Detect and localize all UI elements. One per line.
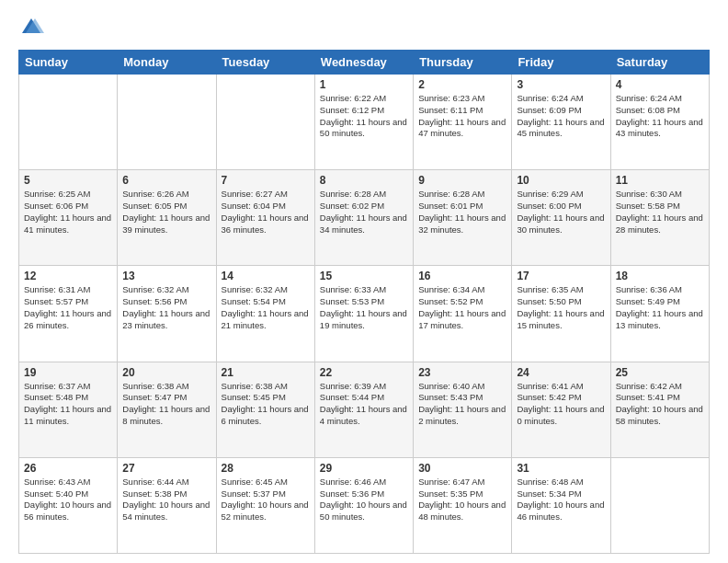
day-number: 15 (320, 270, 408, 282)
cell-info: Sunrise: 6:34 AM Sunset: 5:52 PM Dayligh… (418, 284, 506, 331)
day-number: 7 (222, 174, 310, 187)
cell-info: Sunrise: 6:40 AM Sunset: 5:43 PM Dayligh… (418, 381, 506, 428)
calendar-cell: 24Sunrise: 6:41 AM Sunset: 5:42 PM Dayli… (512, 362, 610, 457)
day-number: 25 (616, 366, 704, 379)
calendar-week-row: 5Sunrise: 6:25 AM Sunset: 6:06 PM Daylig… (19, 170, 710, 266)
day-number: 3 (517, 78, 605, 91)
cell-info: Sunrise: 6:30 AM Sunset: 5:58 PM Dayligh… (616, 189, 704, 236)
day-number: 29 (320, 462, 408, 475)
day-number: 5 (24, 174, 112, 187)
calendar-cell: 29Sunrise: 6:46 AM Sunset: 5:36 PM Dayli… (314, 457, 413, 553)
calendar-cell: 9Sunrise: 6:28 AM Sunset: 6:01 PM Daylig… (414, 170, 512, 266)
day-number: 22 (320, 366, 408, 379)
cell-info: Sunrise: 6:24 AM Sunset: 6:09 PM Dayligh… (517, 93, 605, 140)
calendar-week-row: 19Sunrise: 6:37 AM Sunset: 5:48 PM Dayli… (19, 362, 710, 457)
cell-info: Sunrise: 6:33 AM Sunset: 5:53 PM Dayligh… (320, 284, 408, 331)
calendar-cell: 16Sunrise: 6:34 AM Sunset: 5:52 PM Dayli… (414, 266, 512, 362)
cell-info: Sunrise: 6:35 AM Sunset: 5:50 PM Dayligh… (517, 284, 605, 331)
calendar-week-row: 12Sunrise: 6:31 AM Sunset: 5:57 PM Dayli… (19, 266, 710, 362)
calendar-cell: 1Sunrise: 6:22 AM Sunset: 6:12 PM Daylig… (314, 75, 413, 170)
cell-info: Sunrise: 6:47 AM Sunset: 5:35 PM Dayligh… (418, 477, 506, 523)
day-number: 4 (616, 78, 704, 91)
calendar-cell (610, 457, 709, 553)
day-number: 19 (24, 366, 112, 379)
calendar-cell: 23Sunrise: 6:40 AM Sunset: 5:43 PM Dayli… (414, 362, 512, 457)
page: SundayMondayTuesdayWednesdayThursdayFrid… (0, 0, 728, 563)
cell-info: Sunrise: 6:32 AM Sunset: 5:56 PM Dayligh… (122, 284, 210, 331)
calendar-cell: 21Sunrise: 6:38 AM Sunset: 5:45 PM Dayli… (216, 362, 314, 457)
cell-info: Sunrise: 6:43 AM Sunset: 5:40 PM Dayligh… (24, 477, 112, 523)
calendar-cell: 30Sunrise: 6:47 AM Sunset: 5:35 PM Dayli… (414, 457, 512, 553)
day-number: 31 (517, 462, 605, 475)
day-number: 17 (517, 270, 605, 282)
calendar-cell: 11Sunrise: 6:30 AM Sunset: 5:58 PM Dayli… (610, 170, 709, 266)
calendar-header-sunday: Sunday (19, 51, 118, 75)
cell-info: Sunrise: 6:24 AM Sunset: 6:08 PM Dayligh… (616, 93, 704, 140)
day-number: 13 (122, 270, 210, 282)
day-number: 12 (24, 270, 112, 282)
logo-icon (18, 15, 44, 40)
cell-info: Sunrise: 6:22 AM Sunset: 6:12 PM Dayligh… (320, 93, 408, 140)
calendar-header-thursday: Thursday (414, 51, 512, 75)
cell-info: Sunrise: 6:36 AM Sunset: 5:49 PM Dayligh… (616, 284, 704, 331)
calendar-cell (118, 75, 216, 170)
calendar-header-friday: Friday (512, 51, 610, 75)
cell-info: Sunrise: 6:38 AM Sunset: 5:45 PM Dayligh… (222, 381, 310, 428)
calendar-cell: 25Sunrise: 6:42 AM Sunset: 5:41 PM Dayli… (610, 362, 709, 457)
cell-info: Sunrise: 6:32 AM Sunset: 5:54 PM Dayligh… (222, 284, 310, 331)
day-number: 1 (320, 78, 408, 91)
day-number: 2 (418, 78, 506, 91)
cell-info: Sunrise: 6:38 AM Sunset: 5:47 PM Dayligh… (122, 381, 210, 428)
cell-info: Sunrise: 6:46 AM Sunset: 5:36 PM Dayligh… (320, 477, 408, 523)
day-number: 20 (122, 366, 210, 379)
calendar-cell: 26Sunrise: 6:43 AM Sunset: 5:40 PM Dayli… (19, 457, 118, 553)
day-number: 18 (616, 270, 704, 282)
calendar-table: SundayMondayTuesdayWednesdayThursdayFrid… (18, 50, 710, 554)
calendar-cell: 10Sunrise: 6:29 AM Sunset: 6:00 PM Dayli… (512, 170, 610, 266)
calendar-cell: 14Sunrise: 6:32 AM Sunset: 5:54 PM Dayli… (216, 266, 314, 362)
calendar-header-wednesday: Wednesday (314, 51, 413, 75)
cell-info: Sunrise: 6:37 AM Sunset: 5:48 PM Dayligh… (24, 381, 112, 428)
day-number: 14 (222, 270, 310, 282)
calendar-cell: 31Sunrise: 6:48 AM Sunset: 5:34 PM Dayli… (512, 457, 610, 553)
day-number: 28 (222, 462, 310, 475)
calendar-header-row: SundayMondayTuesdayWednesdayThursdayFrid… (19, 51, 710, 75)
cell-info: Sunrise: 6:31 AM Sunset: 5:57 PM Dayligh… (24, 284, 112, 331)
calendar-cell: 6Sunrise: 6:26 AM Sunset: 6:05 PM Daylig… (118, 170, 216, 266)
cell-info: Sunrise: 6:28 AM Sunset: 6:01 PM Dayligh… (418, 189, 506, 236)
day-number: 30 (418, 462, 506, 475)
day-number: 6 (122, 174, 210, 187)
calendar-cell: 27Sunrise: 6:44 AM Sunset: 5:38 PM Dayli… (118, 457, 216, 553)
cell-info: Sunrise: 6:42 AM Sunset: 5:41 PM Dayligh… (616, 381, 704, 428)
calendar-cell: 4Sunrise: 6:24 AM Sunset: 6:08 PM Daylig… (610, 75, 709, 170)
calendar-cell: 15Sunrise: 6:33 AM Sunset: 5:53 PM Dayli… (314, 266, 413, 362)
cell-info: Sunrise: 6:45 AM Sunset: 5:37 PM Dayligh… (222, 477, 310, 523)
calendar-header-saturday: Saturday (610, 51, 709, 75)
calendar-cell: 13Sunrise: 6:32 AM Sunset: 5:56 PM Dayli… (118, 266, 216, 362)
calendar-header-monday: Monday (118, 51, 216, 75)
calendar-header-tuesday: Tuesday (216, 51, 314, 75)
cell-info: Sunrise: 6:28 AM Sunset: 6:02 PM Dayligh… (320, 189, 408, 236)
day-number: 21 (222, 366, 310, 379)
day-number: 23 (418, 366, 506, 379)
calendar-cell: 18Sunrise: 6:36 AM Sunset: 5:49 PM Dayli… (610, 266, 709, 362)
day-number: 16 (418, 270, 506, 282)
cell-info: Sunrise: 6:27 AM Sunset: 6:04 PM Dayligh… (222, 189, 310, 236)
day-number: 27 (122, 462, 210, 475)
calendar-week-row: 26Sunrise: 6:43 AM Sunset: 5:40 PM Dayli… (19, 457, 710, 553)
header (18, 15, 710, 40)
cell-info: Sunrise: 6:44 AM Sunset: 5:38 PM Dayligh… (122, 477, 210, 523)
calendar-cell: 12Sunrise: 6:31 AM Sunset: 5:57 PM Dayli… (19, 266, 118, 362)
calendar-cell: 17Sunrise: 6:35 AM Sunset: 5:50 PM Dayli… (512, 266, 610, 362)
calendar-cell: 22Sunrise: 6:39 AM Sunset: 5:44 PM Dayli… (314, 362, 413, 457)
calendar-cell: 8Sunrise: 6:28 AM Sunset: 6:02 PM Daylig… (314, 170, 413, 266)
cell-info: Sunrise: 6:41 AM Sunset: 5:42 PM Dayligh… (517, 381, 605, 428)
calendar-cell: 28Sunrise: 6:45 AM Sunset: 5:37 PM Dayli… (216, 457, 314, 553)
cell-info: Sunrise: 6:26 AM Sunset: 6:05 PM Dayligh… (122, 189, 210, 236)
calendar-cell: 20Sunrise: 6:38 AM Sunset: 5:47 PM Dayli… (118, 362, 216, 457)
calendar-cell: 3Sunrise: 6:24 AM Sunset: 6:09 PM Daylig… (512, 75, 610, 170)
day-number: 9 (418, 174, 506, 187)
calendar-cell: 5Sunrise: 6:25 AM Sunset: 6:06 PM Daylig… (19, 170, 118, 266)
day-number: 24 (517, 366, 605, 379)
calendar-week-row: 1Sunrise: 6:22 AM Sunset: 6:12 PM Daylig… (19, 75, 710, 170)
